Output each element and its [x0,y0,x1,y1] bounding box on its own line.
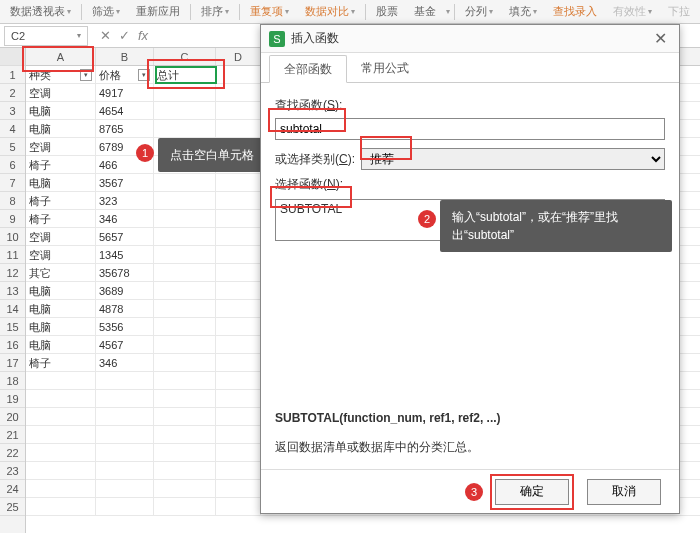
cancel-button[interactable]: 取消 [587,479,661,505]
row-header[interactable]: 22 [0,444,25,462]
cell[interactable]: 电脑 [26,300,96,317]
cell[interactable] [154,282,216,299]
cell[interactable] [154,246,216,263]
header-cell-total[interactable]: 总计 [154,66,216,83]
cell[interactable]: 4567 [96,336,154,353]
row-header[interactable]: 23 [0,462,25,480]
cell[interactable] [216,318,261,335]
row-header[interactable]: 7 [0,174,25,192]
row-header[interactable]: 2 [0,84,25,102]
row-header[interactable]: 16 [0,336,25,354]
cell[interactable]: 椅子 [26,156,96,173]
cell[interactable] [216,264,261,281]
ribbon-stock[interactable]: 股票 [370,4,404,19]
cell[interactable] [216,246,261,263]
cell[interactable] [154,336,216,353]
ribbon-splitcol[interactable]: 分列▾ [459,4,499,19]
cell[interactable] [154,84,216,101]
cell[interactable] [216,174,261,191]
close-icon[interactable]: ✕ [650,29,671,48]
cancel-icon[interactable]: ✕ [100,28,111,43]
cell[interactable]: 323 [96,192,154,209]
search-input[interactable] [275,118,665,140]
cell[interactable]: 电脑 [26,318,96,335]
cell[interactable]: 椅子 [26,354,96,371]
cell[interactable] [154,174,216,191]
row-header[interactable]: 9 [0,210,25,228]
cell[interactable]: 空调 [26,246,96,263]
cell[interactable] [216,120,261,137]
cell[interactable]: 空调 [26,228,96,245]
ribbon-dedup[interactable]: 重复项▾ [244,4,295,19]
cell[interactable]: 35678 [96,264,154,281]
row-header[interactable]: 24 [0,480,25,498]
cell[interactable] [154,120,216,137]
col-header-d[interactable]: D [216,48,261,65]
cell[interactable]: 5657 [96,228,154,245]
cell[interactable] [216,102,261,119]
check-icon[interactable]: ✓ [119,28,130,43]
cell[interactable] [154,228,216,245]
row-header[interactable]: 25 [0,498,25,516]
cell[interactable] [154,264,216,281]
cell[interactable]: 3689 [96,282,154,299]
cell[interactable]: 空调 [26,84,96,101]
row-header[interactable]: 13 [0,282,25,300]
name-box[interactable]: C2 ▾ [4,26,88,46]
cell[interactable] [216,228,261,245]
row-header[interactable]: 14 [0,300,25,318]
cell[interactable] [154,210,216,227]
fx-icon[interactable]: fx [138,28,148,43]
row-header[interactable]: 6 [0,156,25,174]
col-header-b[interactable]: B [96,48,154,65]
chevron-down-icon[interactable]: ▾ [77,31,81,40]
cell[interactable] [216,282,261,299]
cell[interactable]: 8765 [96,120,154,137]
cell[interactable]: 3567 [96,174,154,191]
cell[interactable] [154,318,216,335]
row-header[interactable]: 5 [0,138,25,156]
row-header[interactable]: 19 [0,390,25,408]
cell[interactable] [216,66,261,83]
row-header[interactable]: 10 [0,228,25,246]
cell[interactable]: 电脑 [26,102,96,119]
tab-common-formulas[interactable]: 常用公式 [347,55,423,82]
cell[interactable] [154,192,216,209]
cell[interactable] [154,354,216,371]
row-header[interactable]: 11 [0,246,25,264]
cell[interactable]: 4878 [96,300,154,317]
cell[interactable]: 5356 [96,318,154,335]
row-header[interactable]: 15 [0,318,25,336]
ribbon-fund[interactable]: 基金 [408,4,442,19]
cell[interactable]: 电脑 [26,282,96,299]
row-header[interactable]: 20 [0,408,25,426]
ribbon-sort[interactable]: 排序▾ [195,4,235,19]
filter-icon[interactable]: ▾ [80,69,92,81]
cell[interactable]: 电脑 [26,336,96,353]
row-header[interactable]: 12 [0,264,25,282]
cell[interactable] [216,336,261,353]
ribbon-fill[interactable]: 填充▾ [503,4,543,19]
ribbon-findentry[interactable]: 查找录入 [547,4,603,19]
cell[interactable]: 空调 [26,138,96,155]
cell[interactable]: 椅子 [26,210,96,227]
cell[interactable] [216,192,261,209]
row-header[interactable]: 8 [0,192,25,210]
cell[interactable]: 电脑 [26,174,96,191]
row-header[interactable]: 17 [0,354,25,372]
cell[interactable] [216,300,261,317]
header-cell-price[interactable]: 价格▾ [96,66,154,83]
col-header-c[interactable]: C [154,48,216,65]
row-header[interactable]: 4 [0,120,25,138]
ribbon-compare[interactable]: 数据对比▾ [299,4,361,19]
cell[interactable]: 4654 [96,102,154,119]
cell[interactable]: 1345 [96,246,154,263]
cell[interactable] [216,354,261,371]
cell[interactable]: 346 [96,354,154,371]
row-header[interactable]: 3 [0,102,25,120]
cell[interactable]: 346 [96,210,154,227]
ribbon-filter[interactable]: 筛选▾ [86,4,126,19]
header-cell-category[interactable]: 种类▾ [26,66,96,83]
row-header[interactable]: 18 [0,372,25,390]
col-header-a[interactable]: A [26,48,96,65]
